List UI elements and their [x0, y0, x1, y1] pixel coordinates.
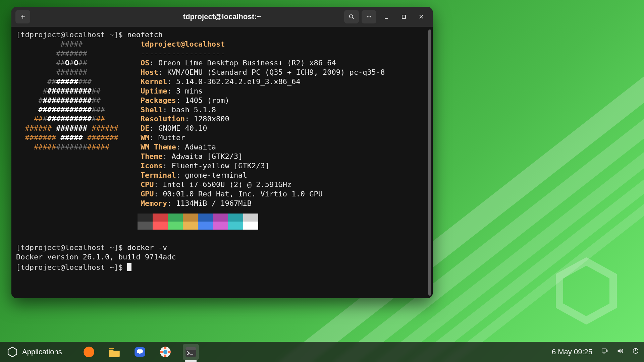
close-button[interactable] [414, 10, 429, 23]
terminal-window[interactable]: tdproject@localhost:~ [11, 7, 433, 298]
svg-point-12 [163, 350, 167, 354]
swatch [228, 222, 243, 230]
taskbar-launchers [81, 344, 199, 360]
swatch [138, 222, 153, 230]
neofetch-output: ##### tdproject@localhost ####### ------… [16, 40, 428, 208]
terminal-viewport[interactable]: [tdproject@localhost ~]$ neofetch ##### … [11, 27, 433, 298]
svg-rect-6 [385, 18, 388, 19]
maximize-button[interactable] [396, 10, 411, 23]
swatch [243, 214, 258, 222]
swatch [198, 214, 213, 222]
hexagon-icon [7, 346, 18, 358]
svg-point-3 [367, 16, 368, 17]
swatch [183, 214, 198, 222]
docker-output: Docker version 26.1.0, build 9714adc [16, 252, 428, 262]
network-icon[interactable] [601, 347, 608, 357]
text-cursor [127, 263, 131, 271]
system-tray: 6 May 09:25 [552, 347, 639, 357]
terminal-scrollbar[interactable] [428, 29, 431, 296]
taskbar[interactable]: Applications [0, 342, 644, 362]
window-titlebar[interactable]: tdproject@localhost:~ [11, 7, 433, 27]
launcher-software[interactable] [132, 344, 148, 360]
svg-rect-20 [602, 349, 606, 352]
launcher-firefox[interactable] [81, 344, 97, 360]
minimize-button[interactable] [379, 10, 394, 23]
svg-rect-22 [603, 353, 605, 354]
swatch [153, 214, 168, 222]
svg-rect-21 [607, 350, 608, 352]
svg-marker-0 [559, 261, 613, 320]
svg-line-2 [353, 18, 354, 19]
color-swatches [138, 214, 428, 230]
desktop-root: tdproject@localhost:~ [0, 0, 644, 362]
swatch [153, 222, 168, 230]
svg-marker-8 [8, 347, 17, 357]
power-icon[interactable] [632, 347, 639, 357]
launcher-help[interactable] [157, 344, 173, 360]
prompt-line-2: [tdproject@localhost ~]$ docker -v [16, 243, 428, 252]
swatch [168, 222, 183, 230]
swatch [213, 222, 228, 230]
logo-watermark [553, 257, 620, 324]
swatch [168, 214, 183, 222]
prompt-line-1: [tdproject@localhost ~]$ neofetch [16, 30, 428, 40]
clock[interactable]: 6 May 09:25 [552, 348, 592, 356]
swatch [213, 214, 228, 222]
prompt-line-3: [tdproject@localhost ~]$ [16, 262, 428, 272]
launcher-terminal[interactable] [183, 344, 199, 360]
svg-point-5 [370, 16, 371, 17]
applications-label: Applications [22, 348, 62, 356]
swatch [138, 214, 153, 222]
volume-icon[interactable] [616, 347, 624, 357]
svg-point-4 [369, 16, 370, 17]
launcher-files[interactable] [106, 344, 122, 360]
svg-rect-7 [402, 15, 406, 18]
svg-point-1 [350, 15, 353, 18]
search-button[interactable] [344, 10, 359, 23]
applications-menu-button[interactable]: Applications [5, 345, 64, 359]
swatch [183, 222, 198, 230]
menu-button[interactable] [362, 10, 376, 23]
new-tab-button[interactable] [15, 10, 30, 23]
swatch [198, 222, 213, 230]
swatch [228, 214, 243, 222]
svg-rect-18 [185, 347, 196, 350]
swatch [243, 222, 258, 230]
